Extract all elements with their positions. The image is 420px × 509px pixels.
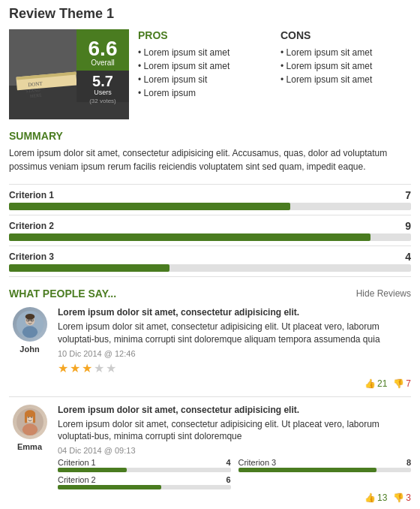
criterion-bar-bg	[9, 264, 411, 272]
review-text: Lorem ipsum dolor sit amet, consectetur …	[58, 418, 411, 444]
votes-row: 👍 21 👎 7	[58, 378, 411, 389]
mini-criterion: Criterion 2 6	[58, 475, 231, 489]
vote-down-count: 3	[406, 492, 411, 503]
pros-item: Lorem ipsum sit amet	[138, 46, 268, 59]
summary-title: SUMMARY	[9, 130, 411, 142]
criteria-section: Criterion 1 7 Criterion 2 9 Criterion 3 …	[9, 184, 411, 277]
cons-column: CONS Lorem ipsum sit amet Lorem ipsum si…	[280, 29, 411, 119]
review-content: Lorem ipsum dolor sit amet, consectetur …	[58, 307, 411, 389]
star-3: ★	[82, 361, 92, 375]
criterion-score: 7	[405, 189, 411, 201]
svg-point-31	[22, 423, 37, 435]
criterion-name: Criterion 3	[9, 251, 54, 262]
mini-bar-bg	[58, 468, 231, 472]
criterion-row: Criterion 2 9	[9, 220, 411, 241]
mini-bar-fill	[58, 468, 127, 472]
mini-bar-fill	[58, 485, 161, 489]
mini-criteria: Criterion 1 4 Criterion 3 8	[58, 458, 411, 489]
stars-rating: ★ ★ ★ ★ ★	[58, 361, 411, 375]
pros-item: Lorem ipsum sit amet	[138, 59, 268, 73]
vote-down[interactable]: 👎 7	[393, 378, 411, 389]
svg-point-23	[27, 320, 28, 321]
svg-point-24	[31, 320, 32, 321]
mini-criterion-header: Criterion 3 8	[238, 458, 412, 467]
mini-bar-bg	[238, 468, 412, 472]
criterion-header: Criterion 2 9	[9, 220, 411, 232]
vote-up[interactable]: 👍 13	[364, 492, 387, 503]
review-title: Lorem ipsum dolor sit amet, consectetur …	[58, 307, 411, 318]
svg-rect-35	[24, 414, 26, 423]
top-section: DONT STAND HERE 6.6 Overall 5.7 Users	[9, 29, 411, 119]
star-2: ★	[70, 361, 80, 375]
criterion-row: Criterion 1 7	[9, 189, 411, 210]
criterion-bar-fill	[9, 233, 370, 241]
thumbs-up-icon: 👍	[364, 378, 376, 389]
svg-point-22	[22, 326, 37, 338]
reviewer-name: Emma	[17, 442, 42, 451]
thumbs-up-icon: 👍	[364, 492, 376, 503]
pros-item: Lorem ipsum sit	[138, 73, 268, 86]
pros-cons-section: PROS Lorem ipsum sit amet Lorem ipsum si…	[138, 29, 411, 119]
cons-item: Lorem ipsum sit amet	[280, 59, 411, 73]
avatar	[13, 307, 47, 342]
svg-text:Overall: Overall	[91, 59, 115, 67]
mini-criterion-score: 8	[406, 458, 411, 467]
svg-rect-36	[32, 414, 34, 423]
cons-title: CONS	[280, 29, 411, 41]
pros-column: PROS Lorem ipsum sit amet Lorem ipsum si…	[138, 29, 268, 119]
mini-bar-bg	[58, 485, 231, 489]
mini-criterion: Criterion 3 8	[238, 458, 412, 472]
vote-down[interactable]: 👎 3	[393, 492, 411, 503]
page-title: Review Theme 1	[9, 6, 411, 22]
criterion-header: Criterion 1 7	[9, 189, 411, 201]
reviewer-col: Emma	[9, 405, 50, 504]
divider	[9, 215, 411, 215]
svg-point-25	[25, 314, 34, 320]
cons-item: Lorem ipsum sit amet	[280, 73, 411, 86]
criterion-name: Criterion 1	[9, 190, 54, 200]
svg-text:5.7: 5.7	[92, 73, 113, 89]
vote-up-count: 21	[377, 378, 387, 389]
mini-criterion-name: Criterion 2	[58, 475, 96, 484]
criterion-bar-fill	[9, 264, 170, 272]
mini-criterion-score: 6	[226, 475, 230, 484]
avatar	[13, 405, 47, 439]
cons-list: Lorem ipsum sit amet Lorem ipsum sit ame…	[280, 46, 411, 86]
vote-up-count: 13	[377, 492, 387, 503]
criterion-bar-fill	[9, 203, 290, 210]
reviewer-name: John	[20, 345, 39, 354]
mini-criterion-name: Criterion 1	[58, 458, 96, 467]
criterion-score: 9	[405, 220, 411, 232]
divider	[9, 276, 411, 277]
vote-down-count: 7	[406, 378, 411, 389]
mini-criterion-header: Criterion 1 4	[58, 458, 231, 467]
mini-criterion-header: Criterion 2 6	[58, 475, 231, 484]
svg-text:6.6: 6.6	[88, 37, 118, 60]
hide-reviews-button[interactable]: Hide Reviews	[356, 288, 411, 299]
pros-list: Lorem ipsum sit amet Lorem ipsum sit ame…	[138, 46, 268, 100]
svg-text:(32 votes): (32 votes)	[89, 98, 116, 104]
star-1: ★	[58, 361, 68, 375]
summary-text: Lorem ipsum dolor sit amet, consectetur …	[9, 146, 411, 173]
people-section-header: WHAT PEOPLE SAY... Hide Reviews	[9, 288, 411, 300]
review-card: Emma Lorem ipsum dolor sit amet, consect…	[9, 405, 411, 509]
review-title: Lorem ipsum dolor sit amet, consectetur …	[58, 405, 411, 415]
divider	[9, 245, 411, 246]
votes-row: 👍 13 👎 3	[58, 492, 411, 503]
criterion-header: Criterion 3 4	[9, 251, 411, 263]
divider	[9, 184, 411, 185]
pros-item: Lorem ipsum	[138, 86, 268, 100]
mini-criterion-score: 4	[226, 458, 230, 467]
review-content: Lorem ipsum dolor sit amet, consectetur …	[58, 405, 411, 504]
svg-text:Users: Users	[94, 89, 112, 96]
star-5: ★	[106, 361, 116, 375]
reviewer-col: John	[9, 307, 50, 389]
criterion-bar-bg	[9, 233, 411, 241]
review-date: 10 Dic 2014 @ 12:46	[58, 349, 411, 358]
review-card: John Lorem ipsum dolor sit amet, consect…	[9, 307, 411, 397]
page-container: Review Theme 1 DONT STAND HERE	[0, 0, 420, 509]
vote-up[interactable]: 👍 21	[364, 378, 387, 389]
criterion-bar-bg	[9, 203, 411, 210]
mini-criterion: Criterion 1 4	[58, 458, 231, 472]
thumbs-down-icon: 👎	[393, 492, 404, 503]
